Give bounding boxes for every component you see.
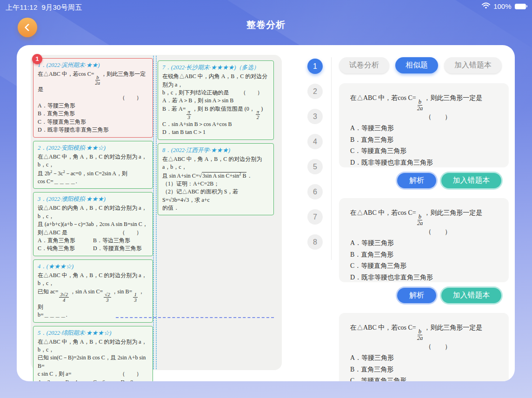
tab-相似题[interactable]: 相似题 bbox=[395, 57, 438, 73]
question-card[interactable]: 8．(2022·江西开学·★★★)在△ABC 中，角 A，B，C 的对边分别为 … bbox=[158, 143, 274, 216]
answer-paren: （ ） bbox=[350, 341, 498, 353]
option-item: D．8 bbox=[121, 378, 149, 381]
option-row: A．直角三角形B．等边三角形 bbox=[38, 237, 148, 245]
question-source-header: 4．(★★★☆) bbox=[38, 262, 148, 271]
question-card[interactable]: 4．(★★★☆)在△ABC 中，角 A，B，C 的对边分别为 a，b，c，已知 … bbox=[33, 259, 153, 323]
question-card[interactable]: 5．(2022·绵阳期末·★★★☆)在△ABC 中，角 A，B，C 的对边分别为… bbox=[33, 326, 153, 381]
question-text-line: 设△ABC 的内角 A，B，C 的对边分别为 a，b，c， bbox=[38, 204, 148, 220]
analysis-button[interactable]: 解析 bbox=[397, 288, 436, 303]
option-item: A．若 A＞B，则 sin A＞sin B bbox=[162, 97, 269, 105]
option-item: C．钝角三角形 bbox=[38, 245, 93, 252]
question-text-line: 则△ABC 是（ ） bbox=[38, 229, 148, 237]
question-number-list: 12345678 bbox=[307, 59, 323, 250]
question-source-header: 8．(2022·江西开学·★★★) bbox=[162, 146, 269, 154]
similar-option: B．直角三角形 bbox=[350, 249, 498, 261]
status-date: 9月30号周五 bbox=[41, 3, 82, 11]
option-item: B．等边三角形 bbox=[93, 237, 148, 245]
question-number-8[interactable]: 8 bbox=[307, 234, 323, 250]
option-row: D．既非等腰也非直角三角形 bbox=[38, 126, 148, 134]
question-card[interactable]: 2．(2022·安阳模拟·★★☆)在△ABC 中，角 A，B，C 的对边分别为 … bbox=[33, 141, 153, 189]
question-text-line: 且 (a+b+c)(a+b－c)=3ab，2cos A sin B=sin C， bbox=[38, 220, 148, 228]
option-item: A．直角三角形 bbox=[38, 237, 93, 245]
similar-question-card: 在△ABC 中，若cos C=b2a，则此三角形一定是（ ）A．等腰三角形B．直… bbox=[339, 83, 509, 167]
question-number-7[interactable]: 7 bbox=[307, 209, 323, 225]
question-text-line: 且 sin A+sin C=√3sin A sin C+sin2 B． bbox=[162, 172, 269, 180]
similar-question-stem: 在△ABC 中，若cos C=b2a，则此三角形一定是 bbox=[350, 207, 498, 226]
analysis-button[interactable]: 解析 bbox=[397, 173, 436, 188]
tabs-row: 试卷分析相似题加入错题本 bbox=[339, 57, 509, 73]
question-badge: 1 bbox=[32, 54, 42, 64]
similar-option: A．等腰三角形 bbox=[350, 352, 498, 364]
question-text-line: c sin C，则 a=（ ） bbox=[38, 370, 148, 378]
question-number-1[interactable]: 1 bbox=[307, 59, 323, 74]
column-dotted-separator bbox=[153, 56, 154, 369]
option-item: B．直角三角形 bbox=[38, 110, 148, 118]
tab-试卷分析[interactable]: 试卷分析 bbox=[339, 57, 389, 73]
wifi-icon bbox=[482, 2, 490, 10]
similar-option: C．等腰直角三角形 bbox=[350, 375, 498, 381]
answer-paren: （ ） bbox=[350, 226, 498, 238]
option-item: C．等腰直角三角形 bbox=[38, 118, 148, 126]
similar-question-card: 在△ABC 中，若cos C=b2a，则此三角形一定是（ ）A．等腰三角形B．直… bbox=[339, 198, 509, 282]
question-number-4[interactable]: 4 bbox=[307, 134, 323, 149]
exam-paper-scan: 11．(2022·滨州期末·★★)在△ABC 中，若cos C=b2a，则此三角… bbox=[31, 55, 282, 370]
panel-divider bbox=[331, 57, 332, 260]
similar-option: D．既非等腰也非直角三角形 bbox=[350, 157, 498, 167]
option-item: D．既非等腰也非直角三角形 bbox=[38, 126, 148, 134]
similar-question-list: 在△ABC 中，若cos C=b2a，则此三角形一定是（ ）A．等腰三角形B．直… bbox=[339, 83, 509, 381]
question-source-header: 2．(2022·安阳模拟·★★☆) bbox=[38, 144, 148, 152]
question-text-line: 已知 ac=3√24，sin A sin C=√23，sin B=13，则 bbox=[38, 288, 148, 312]
similar-option: B．直角三角形 bbox=[350, 134, 498, 146]
similar-question-stem: 在△ABC 中，若cos C=b2a，则此三角形一定是 bbox=[350, 93, 498, 112]
similar-question-card: 在△ABC 中，若cos C=b2a，则此三角形一定是（ ）A．等腰三角形B．直… bbox=[339, 313, 509, 381]
status-time: 上午11:12 bbox=[6, 3, 38, 11]
analysis-panel: 试卷分析相似题加入错题本 在△ABC 中，若cos C=b2a，则此三角形一定是… bbox=[339, 57, 509, 381]
add-to-mistakes-button[interactable]: 加入错题本 bbox=[441, 288, 501, 303]
add-to-mistakes-button[interactable]: 加入错题本 bbox=[441, 173, 501, 188]
similar-option: A．等腰三角形 bbox=[350, 123, 498, 134]
question-text-line: cos C=＿＿＿＿. bbox=[38, 178, 148, 186]
question-number-2[interactable]: 2 bbox=[307, 84, 323, 99]
page-title: 整卷分析 bbox=[0, 19, 532, 31]
option-item: B．若 A=π3，则 B 的取值范围是 (0，π2) bbox=[162, 105, 269, 120]
question-number-3[interactable]: 3 bbox=[307, 109, 323, 124]
option-item: D．等腰直角三角形 bbox=[93, 245, 148, 252]
status-time-date: 上午11:12 9月30号周五 bbox=[6, 3, 82, 12]
question-source-header: 7．(2022·长沙期末·★★★★)（多选） bbox=[162, 63, 269, 72]
option-item: D．tan B tan C＞1 bbox=[162, 128, 269, 136]
tab-加入错题本[interactable]: 加入错题本 bbox=[444, 57, 502, 73]
option-item: A．2 bbox=[38, 378, 66, 381]
status-bar: 上午11:12 9月30号周五 100% bbox=[0, 0, 532, 14]
option-row: A．等腰三角形 bbox=[38, 102, 148, 110]
question-source-header: 5．(2022·绵阳期末·★★★☆) bbox=[38, 329, 148, 337]
question-text-line: （1）证明：A+C=2B； bbox=[162, 180, 269, 188]
question-text-line: （ ） bbox=[38, 94, 148, 102]
option-item: C．6 bbox=[93, 378, 121, 381]
question-text-line: 在△ABC 中，角 A，B，C 的对边分别为 a，b，c， bbox=[38, 338, 148, 354]
option-row: D．tan B tan C＞1 bbox=[162, 128, 269, 136]
question-number-5[interactable]: 5 bbox=[307, 159, 323, 174]
similar-option: C．等腰直角三角形 bbox=[350, 146, 498, 157]
similar-question-stem: 在△ABC 中，若cos C=b2a，则此三角形一定是 bbox=[350, 322, 498, 341]
similar-option: B．直角三角形 bbox=[350, 364, 498, 376]
question-card[interactable]: 3．(2022·濮阳模拟·★★★)设△ABC 的内角 A，B，C 的对边分别为 … bbox=[33, 192, 153, 256]
question-text-line: 在△ABC 中，角 A，B，C 的对边分别为 a，b，c， bbox=[38, 272, 148, 288]
paper-column-2: 7．(2022·长沙期末·★★★★)（多选）在锐角△ABC 中，内角 A，B，C… bbox=[158, 60, 274, 215]
battery-icon bbox=[515, 4, 528, 9]
question-number-6[interactable]: 6 bbox=[307, 184, 323, 199]
similar-option: D．既非等腰也非直角三角形 bbox=[350, 272, 498, 282]
option-item: A．等腰三角形 bbox=[38, 102, 148, 110]
question-text-line: 且 2b2－3c2－ac=0，sin C=2sin A，则 bbox=[38, 169, 148, 178]
option-row: C．等腰直角三角形 bbox=[38, 118, 148, 126]
question-card[interactable]: 11．(2022·滨州期末·★★)在△ABC 中，若cos C=b2a，则此三角… bbox=[33, 58, 153, 138]
question-text-line: b，c，则下列结论正确的是（ ） bbox=[162, 89, 269, 97]
question-card[interactable]: 7．(2022·长沙期末·★★★★)（多选）在锐角△ABC 中，内角 A，B，C… bbox=[158, 60, 274, 140]
card-button-row: 解析加入错题本 bbox=[339, 173, 509, 188]
option-row: B．直角三角形 bbox=[38, 110, 148, 118]
question-source-header: 1．(2022·滨州期末·★★) bbox=[38, 61, 148, 69]
option-row: A．若 A＞B，则 sin A＞sin B bbox=[162, 97, 269, 105]
option-item: B．4 bbox=[66, 378, 93, 381]
question-text-line: （2）记△ABC 的面积为 S，若 S=√3b=4√3，求 a+c bbox=[162, 188, 269, 204]
answer-paren: （ ） bbox=[350, 112, 498, 123]
column-dotted-separator bbox=[156, 56, 157, 369]
